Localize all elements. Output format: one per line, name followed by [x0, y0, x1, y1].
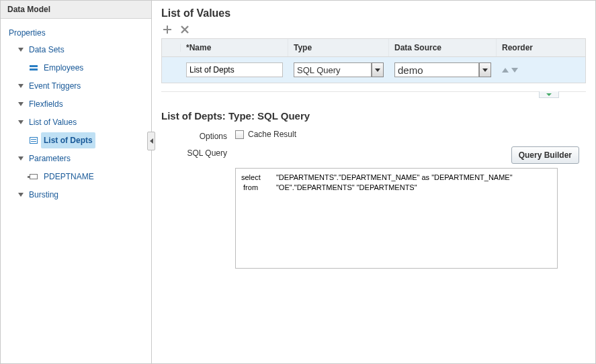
delete-button[interactable] [179, 24, 191, 36]
lov-heading: List of Values [152, 1, 595, 24]
tree-employees[interactable]: Employees [41, 60, 86, 76]
table-row[interactable]: SQL Query demo [162, 57, 585, 83]
add-button[interactable] [161, 24, 173, 36]
sql-query-textarea[interactable] [235, 168, 558, 269]
cache-result-label: Cache Result [248, 130, 296, 139]
close-icon [180, 25, 189, 34]
main-panel: List of Values *Name Type Data Source Re… [152, 1, 595, 363]
caret-icon[interactable] [18, 193, 24, 197]
tree: Properties Data Sets Employees Event Tri… [1, 19, 151, 205]
plus-icon [162, 24, 173, 35]
dataset-icon [29, 63, 38, 73]
splitter-handle[interactable] [147, 132, 155, 150]
tree-properties[interactable]: Properties [9, 28, 46, 38]
move-down-icon[interactable] [511, 68, 518, 73]
query-builder-button[interactable]: Query Builder [511, 146, 579, 164]
caret-icon[interactable] [18, 84, 24, 88]
tree-list-of-values[interactable]: List of Values [26, 114, 79, 130]
data-source-select[interactable]: demo [394, 62, 479, 77]
col-data-source: Data Source [389, 39, 497, 56]
tree-pdeptname[interactable]: PDEPTNAME [41, 169, 97, 185]
tree-flexfields[interactable]: Flexfields [26, 96, 66, 112]
options-label: Options [161, 130, 235, 141]
tree-data-sets[interactable]: Data Sets [26, 42, 67, 58]
type-select[interactable]: SQL Query [294, 62, 372, 77]
chevron-down-icon [546, 93, 552, 96]
caret-icon[interactable] [18, 48, 24, 52]
tree-bursting[interactable]: Bursting [26, 187, 61, 203]
chevron-left-icon [150, 138, 153, 144]
reorder-controls[interactable] [502, 68, 579, 73]
name-input[interactable] [186, 62, 283, 77]
chevron-down-icon [482, 69, 488, 72]
lov-icon [29, 136, 38, 145]
sql-query-label: SQL Query [161, 146, 235, 158]
lov-toolbar [152, 24, 595, 38]
caret-icon[interactable] [18, 102, 24, 106]
sidebar-title: Data Model [1, 1, 151, 19]
tree-list-of-depts[interactable]: List of Depts [41, 132, 95, 148]
data-source-dropdown-button[interactable] [479, 62, 491, 77]
panel-divider [161, 91, 586, 101]
tree-event-triggers[interactable]: Event Triggers [26, 78, 83, 94]
caret-icon[interactable] [18, 120, 24, 124]
cache-result-checkbox[interactable] [235, 130, 244, 139]
sidebar: Data Model Properties Data Sets Employee… [1, 1, 152, 363]
lov-table: *Name Type Data Source Reorder SQL Query [161, 38, 586, 83]
parameter-icon [29, 172, 38, 181]
col-name: *Name [181, 39, 288, 56]
move-up-icon[interactable] [502, 68, 509, 73]
collapse-toggle[interactable] [539, 91, 559, 98]
col-reorder: Reorder [497, 39, 584, 56]
caret-icon[interactable] [18, 156, 24, 161]
tree-parameters[interactable]: Parameters [26, 150, 73, 167]
table-header: *Name Type Data Source Reorder [162, 39, 585, 57]
chevron-down-icon [375, 69, 380, 72]
detail-heading: List of Depts: Type: SQL Query [152, 101, 595, 127]
type-dropdown-button[interactable] [372, 62, 384, 77]
col-type: Type [288, 39, 389, 56]
